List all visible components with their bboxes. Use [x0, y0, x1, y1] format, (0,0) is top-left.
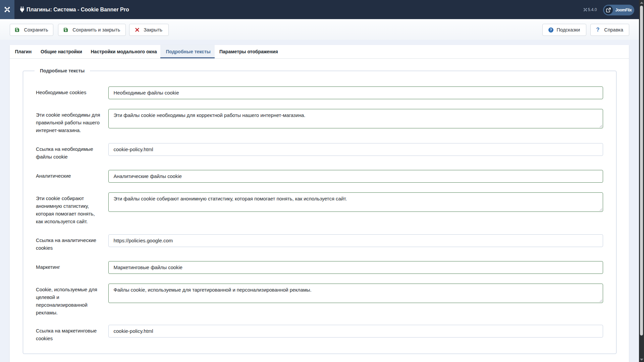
svg-text:?: ? — [550, 28, 552, 32]
